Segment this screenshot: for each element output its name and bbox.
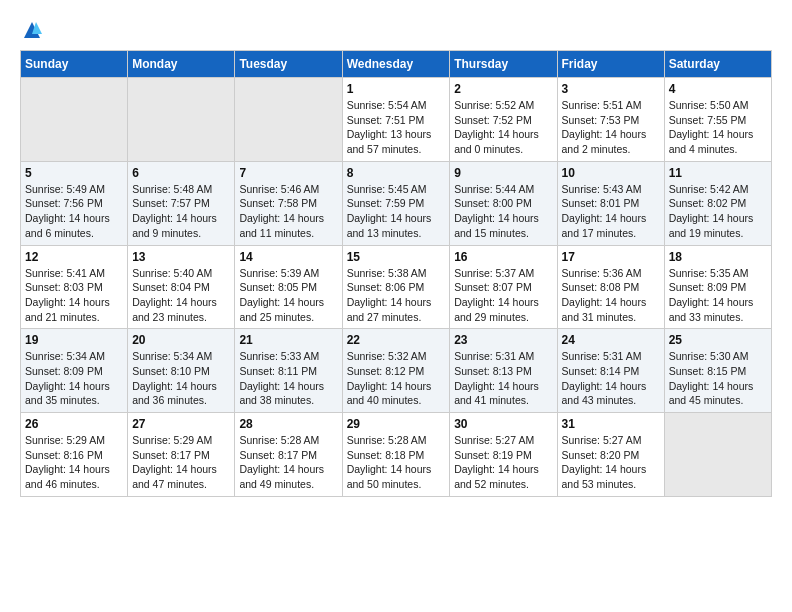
day-number: 22 [347, 333, 446, 347]
calendar-header-row: SundayMondayTuesdayWednesdayThursdayFrid… [21, 51, 772, 78]
calendar-cell: 5Sunrise: 5:49 AM Sunset: 7:56 PM Daylig… [21, 161, 128, 245]
calendar-cell: 29Sunrise: 5:28 AM Sunset: 8:18 PM Dayli… [342, 413, 450, 497]
day-info: Sunrise: 5:42 AM Sunset: 8:02 PM Dayligh… [669, 182, 767, 241]
day-info: Sunrise: 5:45 AM Sunset: 7:59 PM Dayligh… [347, 182, 446, 241]
calendar-cell: 6Sunrise: 5:48 AM Sunset: 7:57 PM Daylig… [128, 161, 235, 245]
day-number: 31 [562, 417, 660, 431]
day-number: 3 [562, 82, 660, 96]
day-number: 4 [669, 82, 767, 96]
day-number: 28 [239, 417, 337, 431]
day-number: 16 [454, 250, 552, 264]
calendar-cell: 26Sunrise: 5:29 AM Sunset: 8:16 PM Dayli… [21, 413, 128, 497]
day-info: Sunrise: 5:27 AM Sunset: 8:20 PM Dayligh… [562, 433, 660, 492]
calendar-cell: 13Sunrise: 5:40 AM Sunset: 8:04 PM Dayli… [128, 245, 235, 329]
day-number: 7 [239, 166, 337, 180]
calendar-cell: 27Sunrise: 5:29 AM Sunset: 8:17 PM Dayli… [128, 413, 235, 497]
day-number: 27 [132, 417, 230, 431]
day-info: Sunrise: 5:33 AM Sunset: 8:11 PM Dayligh… [239, 349, 337, 408]
calendar-header-monday: Monday [128, 51, 235, 78]
calendar-table: SundayMondayTuesdayWednesdayThursdayFrid… [20, 50, 772, 497]
day-number: 29 [347, 417, 446, 431]
day-number: 23 [454, 333, 552, 347]
calendar-cell: 19Sunrise: 5:34 AM Sunset: 8:09 PM Dayli… [21, 329, 128, 413]
day-info: Sunrise: 5:40 AM Sunset: 8:04 PM Dayligh… [132, 266, 230, 325]
day-number: 26 [25, 417, 123, 431]
day-number: 19 [25, 333, 123, 347]
day-number: 15 [347, 250, 446, 264]
day-info: Sunrise: 5:49 AM Sunset: 7:56 PM Dayligh… [25, 182, 123, 241]
calendar-week-row: 5Sunrise: 5:49 AM Sunset: 7:56 PM Daylig… [21, 161, 772, 245]
calendar-cell: 12Sunrise: 5:41 AM Sunset: 8:03 PM Dayli… [21, 245, 128, 329]
day-info: Sunrise: 5:31 AM Sunset: 8:14 PM Dayligh… [562, 349, 660, 408]
calendar-cell: 22Sunrise: 5:32 AM Sunset: 8:12 PM Dayli… [342, 329, 450, 413]
day-info: Sunrise: 5:30 AM Sunset: 8:15 PM Dayligh… [669, 349, 767, 408]
calendar-week-row: 1Sunrise: 5:54 AM Sunset: 7:51 PM Daylig… [21, 78, 772, 162]
day-number: 17 [562, 250, 660, 264]
day-number: 21 [239, 333, 337, 347]
calendar-cell: 28Sunrise: 5:28 AM Sunset: 8:17 PM Dayli… [235, 413, 342, 497]
day-info: Sunrise: 5:51 AM Sunset: 7:53 PM Dayligh… [562, 98, 660, 157]
calendar-cell: 23Sunrise: 5:31 AM Sunset: 8:13 PM Dayli… [450, 329, 557, 413]
day-number: 24 [562, 333, 660, 347]
day-info: Sunrise: 5:50 AM Sunset: 7:55 PM Dayligh… [669, 98, 767, 157]
day-number: 8 [347, 166, 446, 180]
day-info: Sunrise: 5:39 AM Sunset: 8:05 PM Dayligh… [239, 266, 337, 325]
day-number: 13 [132, 250, 230, 264]
calendar-header-tuesday: Tuesday [235, 51, 342, 78]
day-info: Sunrise: 5:34 AM Sunset: 8:09 PM Dayligh… [25, 349, 123, 408]
day-number: 18 [669, 250, 767, 264]
calendar-week-row: 12Sunrise: 5:41 AM Sunset: 8:03 PM Dayli… [21, 245, 772, 329]
day-info: Sunrise: 5:31 AM Sunset: 8:13 PM Dayligh… [454, 349, 552, 408]
calendar-cell [21, 78, 128, 162]
day-info: Sunrise: 5:27 AM Sunset: 8:19 PM Dayligh… [454, 433, 552, 492]
day-number: 1 [347, 82, 446, 96]
day-info: Sunrise: 5:54 AM Sunset: 7:51 PM Dayligh… [347, 98, 446, 157]
calendar-week-row: 19Sunrise: 5:34 AM Sunset: 8:09 PM Dayli… [21, 329, 772, 413]
day-info: Sunrise: 5:43 AM Sunset: 8:01 PM Dayligh… [562, 182, 660, 241]
day-info: Sunrise: 5:28 AM Sunset: 8:17 PM Dayligh… [239, 433, 337, 492]
calendar-cell [664, 413, 771, 497]
calendar-cell: 16Sunrise: 5:37 AM Sunset: 8:07 PM Dayli… [450, 245, 557, 329]
day-info: Sunrise: 5:41 AM Sunset: 8:03 PM Dayligh… [25, 266, 123, 325]
day-number: 5 [25, 166, 123, 180]
day-number: 9 [454, 166, 552, 180]
day-info: Sunrise: 5:29 AM Sunset: 8:17 PM Dayligh… [132, 433, 230, 492]
calendar-cell: 15Sunrise: 5:38 AM Sunset: 8:06 PM Dayli… [342, 245, 450, 329]
calendar-cell: 11Sunrise: 5:42 AM Sunset: 8:02 PM Dayli… [664, 161, 771, 245]
day-info: Sunrise: 5:28 AM Sunset: 8:18 PM Dayligh… [347, 433, 446, 492]
day-number: 30 [454, 417, 552, 431]
calendar-cell: 9Sunrise: 5:44 AM Sunset: 8:00 PM Daylig… [450, 161, 557, 245]
day-info: Sunrise: 5:29 AM Sunset: 8:16 PM Dayligh… [25, 433, 123, 492]
day-number: 2 [454, 82, 552, 96]
calendar-header-sunday: Sunday [21, 51, 128, 78]
calendar-cell: 30Sunrise: 5:27 AM Sunset: 8:19 PM Dayli… [450, 413, 557, 497]
calendar-cell: 25Sunrise: 5:30 AM Sunset: 8:15 PM Dayli… [664, 329, 771, 413]
day-number: 25 [669, 333, 767, 347]
calendar-cell: 8Sunrise: 5:45 AM Sunset: 7:59 PM Daylig… [342, 161, 450, 245]
calendar-header-saturday: Saturday [664, 51, 771, 78]
calendar-cell: 24Sunrise: 5:31 AM Sunset: 8:14 PM Dayli… [557, 329, 664, 413]
day-info: Sunrise: 5:34 AM Sunset: 8:10 PM Dayligh… [132, 349, 230, 408]
calendar-cell: 21Sunrise: 5:33 AM Sunset: 8:11 PM Dayli… [235, 329, 342, 413]
calendar-header-thursday: Thursday [450, 51, 557, 78]
calendar-cell: 3Sunrise: 5:51 AM Sunset: 7:53 PM Daylig… [557, 78, 664, 162]
calendar-cell: 20Sunrise: 5:34 AM Sunset: 8:10 PM Dayli… [128, 329, 235, 413]
day-number: 14 [239, 250, 337, 264]
day-number: 6 [132, 166, 230, 180]
day-info: Sunrise: 5:44 AM Sunset: 8:00 PM Dayligh… [454, 182, 552, 241]
day-number: 20 [132, 333, 230, 347]
calendar-cell: 7Sunrise: 5:46 AM Sunset: 7:58 PM Daylig… [235, 161, 342, 245]
calendar-header-friday: Friday [557, 51, 664, 78]
calendar-cell: 17Sunrise: 5:36 AM Sunset: 8:08 PM Dayli… [557, 245, 664, 329]
calendar-cell [128, 78, 235, 162]
calendar-cell: 31Sunrise: 5:27 AM Sunset: 8:20 PM Dayli… [557, 413, 664, 497]
day-info: Sunrise: 5:35 AM Sunset: 8:09 PM Dayligh… [669, 266, 767, 325]
day-info: Sunrise: 5:36 AM Sunset: 8:08 PM Dayligh… [562, 266, 660, 325]
day-info: Sunrise: 5:37 AM Sunset: 8:07 PM Dayligh… [454, 266, 552, 325]
day-number: 10 [562, 166, 660, 180]
logo-icon [22, 20, 42, 40]
calendar-week-row: 26Sunrise: 5:29 AM Sunset: 8:16 PM Dayli… [21, 413, 772, 497]
day-info: Sunrise: 5:46 AM Sunset: 7:58 PM Dayligh… [239, 182, 337, 241]
calendar-cell: 10Sunrise: 5:43 AM Sunset: 8:01 PM Dayli… [557, 161, 664, 245]
calendar-header-wednesday: Wednesday [342, 51, 450, 78]
